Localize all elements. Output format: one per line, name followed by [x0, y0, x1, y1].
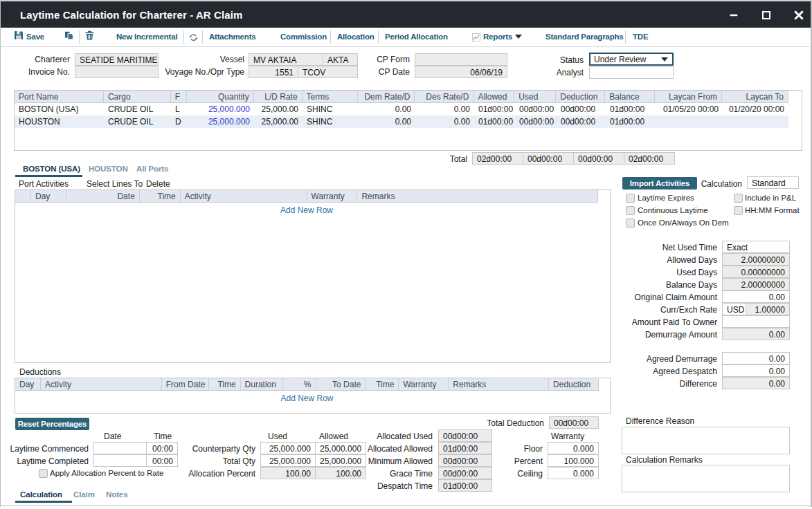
activities-add-new-row-link[interactable]: Add New Row: [15, 203, 598, 215]
column-header[interactable]: Laycan To: [722, 91, 788, 102]
counterparty-qty-used-field[interactable]: 25,000.000: [260, 442, 316, 454]
column-header[interactable]: Activity: [41, 378, 162, 390]
laytime-expires-checkbox[interactable]: [626, 194, 635, 203]
column-header[interactable]: Activity: [181, 190, 307, 202]
total-qty-allowed-field[interactable]: 25,000.000: [315, 454, 366, 467]
column-header[interactable]: Time: [366, 378, 399, 390]
column-header[interactable]: Deduction: [556, 91, 605, 102]
column-header[interactable]: Laycan From: [655, 91, 722, 102]
percent-field[interactable]: 100.000: [548, 454, 599, 467]
reports-button[interactable]: Reports: [483, 33, 512, 41]
new-incremental-button[interactable]: New Incremental: [116, 33, 177, 41]
cell-quantity-link[interactable]: 25,000.000: [187, 115, 254, 128]
total-qty-used-field[interactable]: 25,000.000: [260, 454, 316, 467]
voyage-no-field[interactable]: 1551: [249, 66, 298, 78]
tab-boston[interactable]: BOSTON (USA): [23, 165, 80, 173]
column-header[interactable]: Des Rate/D: [415, 91, 473, 102]
column-header[interactable]: L/D Rate: [254, 91, 303, 102]
column-header[interactable]: Terms: [303, 91, 358, 102]
column-header[interactable]: Day: [15, 378, 41, 390]
tab-all-ports[interactable]: All Ports: [136, 165, 168, 173]
column-header[interactable]: %: [283, 378, 316, 390]
analyst-field[interactable]: [589, 66, 674, 79]
tde-button[interactable]: TDE: [633, 33, 648, 41]
column-header[interactable]: Used: [514, 91, 556, 102]
opr-type-field[interactable]: TCOV: [298, 66, 358, 78]
reset-percentages-button[interactable]: Reset Percentages: [15, 418, 89, 430]
column-header[interactable]: Dem Rate/D: [358, 91, 415, 102]
column-header[interactable]: Balance: [605, 91, 655, 102]
once-on-always-checkbox[interactable]: [626, 219, 635, 228]
period-allocation-button[interactable]: Period Allocation: [385, 33, 448, 41]
laytime-completed-time-field[interactable]: 00:00: [146, 454, 178, 467]
tab-houston[interactable]: HOUSTON: [89, 165, 128, 173]
column-header[interactable]: Day: [31, 190, 66, 202]
column-header[interactable]: Warranty: [399, 378, 449, 390]
column-header[interactable]: Time: [140, 190, 181, 202]
column-header[interactable]: Quantity: [187, 91, 254, 102]
hhmm-format-checkbox[interactable]: [734, 206, 743, 215]
close-button[interactable]: [787, 1, 811, 29]
column-header[interactable]: Port Name: [15, 91, 104, 102]
difference-reason-textarea[interactable]: [622, 427, 790, 454]
ceiling-field[interactable]: 0.000: [548, 467, 599, 479]
minimize-button[interactable]: [722, 1, 746, 29]
status-dropdown[interactable]: Under Review: [589, 53, 674, 66]
column-header[interactable]: Allowed: [473, 91, 514, 102]
agreed-demurrage-field[interactable]: 0.00: [722, 352, 790, 364]
save-icon[interactable]: [14, 30, 24, 43]
laytime-commenced-date-field[interactable]: [93, 442, 147, 454]
amount-paid-to-owner-field[interactable]: [722, 315, 790, 328]
column-header[interactable]: F: [171, 91, 187, 102]
column-header[interactable]: Duration: [241, 378, 283, 390]
tab-calculation[interactable]: Calculation: [20, 490, 62, 499]
tab-notes[interactable]: Notes: [106, 490, 127, 499]
deductions-add-new-row-link[interactable]: Add New Row: [15, 391, 599, 403]
cp-date-field[interactable]: 06/06/19: [415, 66, 507, 78]
reports-icon[interactable]: [472, 32, 480, 44]
refresh-icon[interactable]: [189, 32, 198, 44]
laytime-commenced-time-field[interactable]: 00:00: [146, 442, 178, 454]
currency-field[interactable]: USD: [722, 303, 746, 315]
select-lines-to-button[interactable]: Select Lines To: [87, 179, 143, 189]
delete-lines-button[interactable]: Delete: [146, 179, 170, 189]
floor-field[interactable]: 0.000: [548, 442, 599, 454]
tab-claim[interactable]: Claim: [73, 490, 95, 499]
column-header[interactable]: Cargo: [104, 91, 171, 102]
counterparty-qty-allowed-field[interactable]: 25,000.000: [315, 442, 366, 454]
import-activities-button[interactable]: Import Activities: [622, 177, 697, 189]
net-used-time-field[interactable]: Exact: [722, 241, 790, 253]
allocation-button[interactable]: Allocation: [337, 33, 375, 41]
cell-quantity-link[interactable]: 25,000.000: [187, 103, 254, 115]
continuous-laytime-checkbox[interactable]: [626, 206, 635, 215]
column-header[interactable]: Remarks: [449, 378, 549, 390]
column-header[interactable]: Date: [66, 190, 140, 202]
vessel-name-field[interactable]: MV AKTAIA: [249, 53, 323, 66]
port-row-houston[interactable]: HOUSTON CRUDE OIL D 25,000.000 25,000.00…: [15, 115, 788, 128]
attachments-button[interactable]: Attachments: [209, 33, 255, 41]
include-in-pl-checkbox[interactable]: [734, 194, 743, 203]
commission-button[interactable]: Commission: [280, 33, 327, 41]
cp-form-field[interactable]: [415, 53, 507, 66]
column-header[interactable]: [15, 190, 31, 202]
save-button[interactable]: Save: [26, 33, 44, 41]
column-header[interactable]: Deduction: [549, 378, 598, 390]
invoice-no-field[interactable]: [75, 66, 159, 78]
laytime-completed-date-field[interactable]: [93, 454, 147, 467]
apply-allocation-checkbox[interactable]: [39, 469, 48, 478]
column-header[interactable]: Warranty: [307, 190, 358, 202]
charterer-field[interactable]: SEATIDE MARITIME: [75, 53, 159, 66]
calculation-field[interactable]: Standard: [747, 176, 799, 189]
column-header[interactable]: From Date: [162, 378, 209, 390]
vessel-code-field[interactable]: AKTA: [323, 53, 358, 66]
column-header[interactable]: To Date: [316, 378, 366, 390]
calculation-remarks-textarea[interactable]: [622, 465, 790, 492]
copy-icon[interactable]: [64, 30, 74, 43]
delete-icon[interactable]: [85, 30, 94, 43]
column-header[interactable]: Remarks: [357, 190, 597, 202]
port-row-boston[interactable]: BOSTON (USA) CRUDE OIL L 25,000.000 25,0…: [15, 103, 788, 115]
maximize-button[interactable]: [755, 1, 778, 29]
agreed-despatch-field[interactable]: 0.00: [722, 364, 790, 377]
column-header[interactable]: Time: [209, 378, 241, 390]
original-claim-amount-field[interactable]: 0.00: [722, 290, 790, 303]
